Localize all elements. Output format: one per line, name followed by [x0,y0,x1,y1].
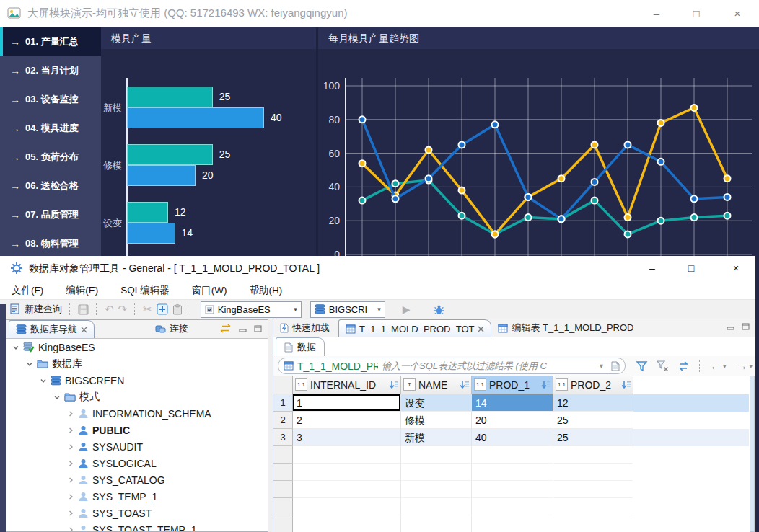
sort-icon[interactable] [389,380,398,390]
sidebar-item[interactable]: →08. 物料管理 [0,229,101,258]
cell-prod_2[interactable]: 12 [553,394,633,412]
refresh-icon[interactable] [677,361,690,371]
cell-name[interactable]: 修模 [401,412,472,429]
tree-item-数据库[interactable]: 数据库 [6,355,268,372]
cell-name[interactable]: 设变 [401,394,472,412]
tab-database-navigator[interactable]: 数据库导航 [9,320,95,338]
cell-internal_id[interactable]: 1 [293,394,401,412]
menu-item[interactable]: 窗口(W) [192,284,227,297]
sidebar-item[interactable]: →06. 送检合格 [0,172,101,200]
back-button[interactable]: ← [710,360,721,373]
filter-expression-input[interactable]: T_1_1_MOLD_PROD_TOTAL 输入一个SQL表达式以过滤结果 (使… [278,358,626,374]
connection-select[interactable]: KingBaseES▾ [201,301,302,318]
menu-item[interactable]: SQL编辑器 [120,284,170,297]
chevron-down-icon[interactable] [25,360,35,368]
chevron-down-icon[interactable] [11,344,21,351]
save-filter-icon[interactable] [611,361,620,371]
tree-item-information_schema[interactable]: INFORMATION_SCHEMA [6,405,268,422]
chevron-right-icon[interactable] [66,526,76,532]
close-icon[interactable] [478,326,484,332]
minimize-panel-icon[interactable] [727,323,734,330]
execute-button[interactable]: ▶ [403,303,411,315]
chevron-down-icon[interactable] [52,394,62,401]
chevron-right-icon[interactable] [66,493,76,500]
tree-item-sys_catalog[interactable]: SYS_CATALOG [6,471,268,488]
maximize-panel-icon[interactable] [742,323,750,330]
tab-connections[interactable]: 连接 [149,320,195,337]
chevron-right-icon[interactable] [66,410,76,417]
chevron-down-icon[interactable]: ▼ [598,363,605,370]
cell-internal_id[interactable]: 2 [293,412,401,429]
sidebar-item[interactable]: →04. 模具进度 [0,114,101,143]
sidebar-item[interactable]: →07. 品质管理 [0,200,101,229]
sidebar-item[interactable]: →05. 负荷分布 [0,143,101,172]
chevron-right-icon[interactable] [66,427,76,434]
column-header-internal_id[interactable]: 1.1INTERNAL_ID [293,376,401,394]
table-row[interactable]: 33新模4025 [273,429,749,446]
sort-icon[interactable] [460,380,469,390]
tree-item-kingbasees[interactable]: KingBaseES [6,339,268,355]
db-maximize-button[interactable]: □ [675,257,707,279]
add-object-button[interactable] [157,303,168,315]
vertical-scrollbar[interactable] [750,376,755,532]
debug-button[interactable] [434,304,444,315]
chevron-right-icon[interactable] [66,443,76,451]
link-editor-icon[interactable] [219,324,232,333]
database-select[interactable]: BIGSCRI▾ [310,301,385,318]
close-icon[interactable] [81,327,87,333]
sidebar-item[interactable]: →02. 当月计划 [0,56,101,85]
chevron-down-icon[interactable]: ▾ [749,363,753,370]
cell-prod_1[interactable]: 40 [472,429,553,446]
tree-item-sysaudit[interactable]: SYSAUDIT [6,438,268,455]
menu-item[interactable]: 编辑(E) [66,284,98,297]
forward-button[interactable]: → [736,360,747,373]
maximize-panel-icon[interactable] [254,325,262,332]
chevron-down-icon[interactable]: ▾ [723,363,727,370]
chevron-right-icon[interactable] [66,476,76,484]
new-query-button[interactable]: 新建查询 [9,303,62,316]
chevron-right-icon[interactable] [66,460,76,467]
tree-item-bigscreen[interactable]: BIGSCREEN [6,372,268,389]
tree-item-sys_temp_1[interactable]: SYS_TEMP_1 [6,488,268,505]
dashboard-maximize-button[interactable]: □ [680,3,712,25]
paste-button[interactable] [172,304,183,315]
tree-item-sys_toast[interactable]: SYS_TOAST [6,505,268,521]
undo-button[interactable]: ↶ [105,303,114,316]
save-button[interactable] [78,304,89,315]
filter-clear-icon[interactable] [657,360,669,372]
dashboard-minimize-button[interactable]: – [641,3,672,25]
sidebar-item[interactable]: →03. 设备监控 [0,85,101,114]
cell-internal_id[interactable]: 3 [293,429,401,446]
cell-prod_2[interactable]: 25 [553,429,633,446]
minimize-panel-icon[interactable] [239,325,247,332]
cut-button[interactable]: ✂ [143,303,152,316]
tree-item-public[interactable]: PUBLIC [6,422,268,438]
tab-编辑表-t_1_1_mold_prod[interactable]: 编辑表 T_1_1_MOLD_PROD [491,319,640,337]
sidebar-item[interactable]: →01. 产量汇总 [0,27,101,56]
sort-icon[interactable] [621,380,631,390]
menu-item[interactable]: 文件(F) [12,284,43,297]
menu-item[interactable]: 帮助(H) [250,284,283,297]
column-header-prod_1[interactable]: 1.1PROD_1 [472,376,553,394]
db-close-button[interactable]: × [720,257,752,279]
tab-t_1_1_mold_prod_tot[interactable]: T_1_1_MOLD_PROD_TOT [338,319,491,337]
dashboard-close-button[interactable]: × [721,3,753,25]
table-row[interactable]: 11设变1412 [273,394,749,412]
sort-icon[interactable] [541,380,550,390]
cell-prod_1[interactable]: 14 [472,394,553,412]
column-header-name[interactable]: TNAME [401,376,472,394]
redo-button[interactable]: ↷ [118,303,128,316]
chevron-right-icon[interactable] [66,510,76,517]
cell-prod_2[interactable]: 25 [553,412,633,429]
cell-name[interactable]: 新模 [401,429,472,446]
tab-快速加载[interactable]: 快速加载 [273,319,336,337]
column-header-prod_2[interactable]: 1.1PROD_2 [553,376,633,394]
tree-item-syslogical[interactable]: SYSLOGICAL [6,455,268,471]
chevron-down-icon[interactable] [38,377,48,384]
filter-apply-icon[interactable] [636,360,648,372]
tree-item-模式[interactable]: 模式 [6,389,268,405]
table-row[interactable]: 22修模2025 [273,412,749,429]
cell-prod_1[interactable]: 20 [472,412,553,429]
tab-data[interactable]: 数据 [276,337,325,356]
db-minimize-button[interactable]: – [636,257,668,279]
